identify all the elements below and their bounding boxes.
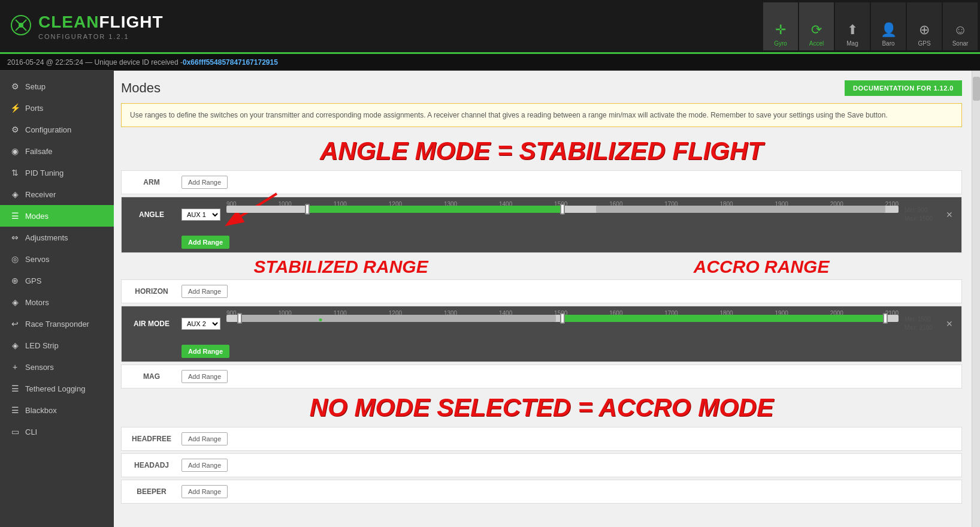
airmode-indicator (319, 318, 322, 321)
mode-section-headfree: HEADFREE Add Range (121, 427, 962, 451)
sidebar-item-race-transponder[interactable]: ↩Race Transponder (0, 313, 114, 335)
sidebar-item-servos[interactable]: ◎Servos (0, 248, 114, 270)
annotation-accro: ACCRO RANGE (694, 257, 830, 277)
servos-sidebar-icon: ◎ (10, 254, 20, 264)
sidebar-item-adjustments[interactable]: ⇔Adjustments (0, 227, 114, 248)
sidebar-label-modes: Modes (25, 212, 49, 221)
add-range-beeper-button[interactable]: Add Range (182, 485, 228, 498)
mode-airmode-label: AIR MODE (128, 320, 176, 328)
toolbar-label-baro: Baro (882, 40, 894, 47)
angle-indicator (326, 209, 329, 212)
angle-slider[interactable]: 9001000110012001300140015001600170018001… (226, 200, 899, 230)
add-range-angle-button[interactable]: Add Range (182, 236, 229, 249)
accel-icon: ⟳ (811, 22, 822, 38)
sidebar: ⚙Setup⚡Ports⚙Configuration◉Failsafe⇅PID … (0, 71, 114, 527)
annotation-angle-mode: ANGLE MODE = STABILIZED FLIGHT (121, 137, 962, 165)
sidebar-label-adjustments: Adjustments (25, 233, 68, 242)
cli-sidebar-icon: ▭ (10, 427, 20, 436)
sidebar-item-gps[interactable]: ⊕GPS (0, 270, 114, 291)
add-range-arm-button[interactable]: Add Range (182, 176, 228, 189)
sidebar-item-blackbox[interactable]: ☰Blackbox (0, 399, 114, 421)
annotation-range-row: STABILIZED RANGE ACCRO RANGE (121, 257, 962, 277)
sidebar-label-ports: Ports (25, 104, 43, 113)
angle-aux-select[interactable]: AUX 1 ▼ AUX 2 ▼ (182, 209, 220, 221)
sidebar-item-pid-tuning[interactable]: ⇅PID Tuning (0, 162, 114, 183)
sidebar-item-tethered-logging[interactable]: ☰Tethered Logging (0, 378, 114, 399)
sidebar-item-ports[interactable]: ⚡Ports (0, 97, 114, 119)
sensors-sidebar-icon: + (10, 362, 20, 372)
sidebar-label-failsafe: Failsafe (25, 147, 53, 156)
status-text: 2016-05-24 @ 22:25:24 — Unique device ID… (7, 58, 183, 67)
sidebar-label-race-transponder: Race Transponder (25, 320, 89, 329)
sidebar-label-led-strip: LED Strip (25, 341, 59, 350)
mode-section-arm: ARM Add Range (121, 170, 962, 194)
toolbar-icon-sonar[interactable]: ☺Sonar (943, 2, 978, 50)
add-range-headadj-button[interactable]: Add Range (182, 459, 228, 472)
logo-part1: CLEAN (38, 13, 99, 31)
topbar: CLEANFLIGHT CONFIGURATOR 1.2.1 ✛Gyro⟳Acc… (0, 0, 980, 54)
mode-section-headadj: HEADADJ Add Range (121, 453, 962, 477)
mode-mag-label: MAG (128, 372, 176, 381)
modes-sidebar-icon: ☰ (10, 211, 20, 221)
mode-section-beeper: BEEPER Add Range (121, 480, 962, 504)
airmode-aux-select[interactable]: AUX 2 ▼ AUX 1 ▼ (182, 318, 220, 330)
sidebar-item-configuration[interactable]: ⚙Configuration (0, 119, 114, 140)
add-range-headfree-button[interactable]: Add Range (182, 432, 228, 445)
add-range-mag-button[interactable]: Add Range (182, 370, 228, 383)
airmode-handle-mid[interactable] (560, 313, 565, 324)
toolbar-icon-gyro[interactable]: ✛Gyro (763, 2, 798, 50)
gyro-icon: ✛ (775, 22, 786, 38)
toolbar-icon-mag[interactable]: ⬆Mag (835, 2, 870, 50)
angle-close-button[interactable]: ✕ (943, 210, 955, 219)
mode-mag-header: MAG Add Range (122, 365, 961, 388)
mode-section-angle: ANGLE AUX 1 ▼ AUX 2 ▼ (121, 197, 962, 253)
airmode-handle-right[interactable] (883, 313, 888, 324)
sidebar-item-led-strip[interactable]: ◈LED Strip (0, 335, 114, 356)
annotation-no-mode: NO MODE SELECTED = ACCRO MODE (121, 393, 962, 422)
airmode-slider[interactable]: 9001000110012001300140015001600170018001… (226, 309, 899, 339)
svg-point-3 (19, 23, 23, 28)
logo-text: CLEANFLIGHT (38, 13, 164, 32)
statusbar: 2016-05-24 @ 22:25:24 — Unique device ID… (0, 54, 980, 71)
add-range-horizon-button[interactable]: Add Range (182, 285, 228, 298)
doc-button[interactable]: DOCUMENTATION FOR 1.12.0 (845, 80, 962, 96)
mode-headadj-header: HEADADJ Add Range (122, 454, 961, 477)
toolbar-label-mag: Mag (846, 40, 858, 47)
modes-page: Modes DOCUMENTATION FOR 1.12.0 Use range… (114, 71, 972, 516)
sidebar-item-failsafe[interactable]: ◉Failsafe (0, 140, 114, 162)
sidebar-item-modes[interactable]: ☰Modes (0, 205, 114, 227)
sidebar-item-setup[interactable]: ⚙Setup (0, 76, 114, 97)
configuration-sidebar-icon: ⚙ (10, 125, 20, 134)
add-range-airmode-button[interactable]: Add Range (182, 345, 229, 358)
angle-handle-left[interactable] (305, 204, 310, 215)
toolbar-icon-accel[interactable]: ⟳Accel (799, 2, 834, 50)
sidebar-label-cli: CLI (25, 427, 37, 436)
airmode-close-button[interactable]: ✕ (943, 319, 955, 329)
toolbar-icon-gps[interactable]: ⊕GPS (907, 2, 942, 50)
sidebar-label-servos: Servos (25, 255, 49, 264)
angle-fill-green (307, 206, 562, 213)
scrollbar[interactable] (972, 71, 980, 527)
toolbar-label-sonar: Sonar (952, 40, 969, 47)
mode-arm-label: ARM (128, 178, 176, 186)
logo-part2: FLIGHT (99, 13, 163, 31)
sidebar-item-receiver[interactable]: ◈Receiver (0, 183, 114, 205)
toolbar-icon-baro[interactable]: 👤Baro (871, 2, 906, 50)
sidebar-item-cli[interactable]: ▭CLI (0, 421, 114, 442)
sidebar-item-sensors[interactable]: +Sensors (0, 356, 114, 378)
sidebar-item-motors[interactable]: ◈Motors (0, 291, 114, 313)
led-strip-sidebar-icon: ◈ (10, 341, 20, 350)
mag-icon: ⬆ (847, 22, 858, 38)
mode-horizon-header: HORIZON Add Range (122, 280, 961, 303)
sidebar-label-sensors: Sensors (25, 363, 54, 372)
logo-area: CLEANFLIGHT CONFIGURATOR 1.2.1 (38, 13, 164, 40)
main-content: Modes DOCUMENTATION FOR 1.12.0 Use range… (114, 71, 972, 527)
race-transponder-sidebar-icon: ↩ (10, 319, 20, 329)
toolbar-label-gps: GPS (918, 40, 930, 47)
angle-handle-right[interactable] (560, 204, 565, 215)
mode-airmode-range-row: AIR MODE AUX 2 ▼ AUX 1 ▼ (122, 306, 961, 342)
mode-arm-header: ARM Add Range (122, 171, 961, 194)
logo-subtitle: CONFIGURATOR 1.2.1 (38, 33, 164, 40)
airmode-handle-left[interactable] (237, 313, 242, 324)
sidebar-label-tethered-logging: Tethered Logging (25, 384, 85, 393)
